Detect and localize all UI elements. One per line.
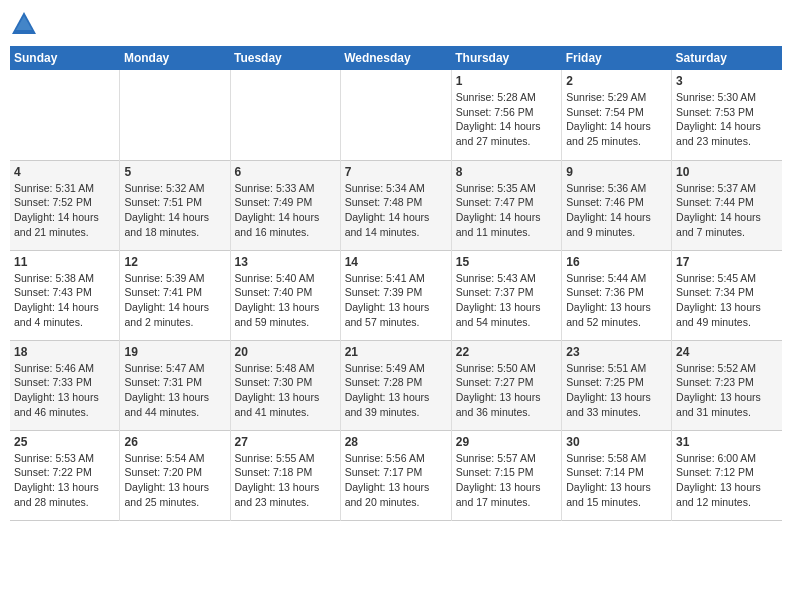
col-header-sunday: Sunday <box>10 46 120 70</box>
day-number: 10 <box>676 165 778 179</box>
day-cell: 12Sunrise: 5:39 AMSunset: 7:41 PMDayligh… <box>120 250 230 340</box>
day-cell <box>120 70 230 160</box>
day-number: 14 <box>345 255 447 269</box>
logo-icon <box>10 10 38 38</box>
day-info: Sunrise: 5:38 AMSunset: 7:43 PMDaylight:… <box>14 271 115 330</box>
day-info: Sunrise: 5:46 AMSunset: 7:33 PMDaylight:… <box>14 361 115 420</box>
day-cell: 2Sunrise: 5:29 AMSunset: 7:54 PMDaylight… <box>562 70 672 160</box>
col-header-thursday: Thursday <box>451 46 561 70</box>
day-number: 27 <box>235 435 336 449</box>
day-cell <box>230 70 340 160</box>
week-row-0: 1Sunrise: 5:28 AMSunset: 7:56 PMDaylight… <box>10 70 782 160</box>
day-info: Sunrise: 5:50 AMSunset: 7:27 PMDaylight:… <box>456 361 557 420</box>
day-number: 5 <box>124 165 225 179</box>
day-info: Sunrise: 5:54 AMSunset: 7:20 PMDaylight:… <box>124 451 225 510</box>
day-number: 12 <box>124 255 225 269</box>
col-header-monday: Monday <box>120 46 230 70</box>
day-cell: 18Sunrise: 5:46 AMSunset: 7:33 PMDayligh… <box>10 340 120 430</box>
day-cell: 30Sunrise: 5:58 AMSunset: 7:14 PMDayligh… <box>562 430 672 520</box>
day-cell: 26Sunrise: 5:54 AMSunset: 7:20 PMDayligh… <box>120 430 230 520</box>
day-info: Sunrise: 5:49 AMSunset: 7:28 PMDaylight:… <box>345 361 447 420</box>
day-number: 28 <box>345 435 447 449</box>
day-cell: 7Sunrise: 5:34 AMSunset: 7:48 PMDaylight… <box>340 160 451 250</box>
day-info: Sunrise: 5:29 AMSunset: 7:54 PMDaylight:… <box>566 90 667 149</box>
day-cell: 13Sunrise: 5:40 AMSunset: 7:40 PMDayligh… <box>230 250 340 340</box>
day-number: 4 <box>14 165 115 179</box>
day-number: 31 <box>676 435 778 449</box>
day-info: Sunrise: 5:34 AMSunset: 7:48 PMDaylight:… <box>345 181 447 240</box>
day-cell: 25Sunrise: 5:53 AMSunset: 7:22 PMDayligh… <box>10 430 120 520</box>
day-cell: 19Sunrise: 5:47 AMSunset: 7:31 PMDayligh… <box>120 340 230 430</box>
day-number: 29 <box>456 435 557 449</box>
day-cell: 29Sunrise: 5:57 AMSunset: 7:15 PMDayligh… <box>451 430 561 520</box>
day-info: Sunrise: 5:32 AMSunset: 7:51 PMDaylight:… <box>124 181 225 240</box>
day-cell: 23Sunrise: 5:51 AMSunset: 7:25 PMDayligh… <box>562 340 672 430</box>
day-cell: 20Sunrise: 5:48 AMSunset: 7:30 PMDayligh… <box>230 340 340 430</box>
day-cell: 3Sunrise: 5:30 AMSunset: 7:53 PMDaylight… <box>672 70 782 160</box>
day-number: 9 <box>566 165 667 179</box>
logo <box>10 10 42 38</box>
day-info: Sunrise: 5:57 AMSunset: 7:15 PMDaylight:… <box>456 451 557 510</box>
day-info: Sunrise: 5:40 AMSunset: 7:40 PMDaylight:… <box>235 271 336 330</box>
day-number: 2 <box>566 74 667 88</box>
day-cell: 11Sunrise: 5:38 AMSunset: 7:43 PMDayligh… <box>10 250 120 340</box>
day-number: 26 <box>124 435 225 449</box>
day-number: 25 <box>14 435 115 449</box>
week-row-3: 18Sunrise: 5:46 AMSunset: 7:33 PMDayligh… <box>10 340 782 430</box>
day-number: 20 <box>235 345 336 359</box>
day-number: 3 <box>676 74 778 88</box>
day-number: 16 <box>566 255 667 269</box>
day-cell: 24Sunrise: 5:52 AMSunset: 7:23 PMDayligh… <box>672 340 782 430</box>
day-number: 11 <box>14 255 115 269</box>
page-header <box>10 10 782 38</box>
day-info: Sunrise: 5:33 AMSunset: 7:49 PMDaylight:… <box>235 181 336 240</box>
day-cell: 28Sunrise: 5:56 AMSunset: 7:17 PMDayligh… <box>340 430 451 520</box>
day-cell: 9Sunrise: 5:36 AMSunset: 7:46 PMDaylight… <box>562 160 672 250</box>
day-info: Sunrise: 5:56 AMSunset: 7:17 PMDaylight:… <box>345 451 447 510</box>
day-cell: 14Sunrise: 5:41 AMSunset: 7:39 PMDayligh… <box>340 250 451 340</box>
day-info: Sunrise: 5:28 AMSunset: 7:56 PMDaylight:… <box>456 90 557 149</box>
col-header-friday: Friday <box>562 46 672 70</box>
day-number: 17 <box>676 255 778 269</box>
day-cell: 6Sunrise: 5:33 AMSunset: 7:49 PMDaylight… <box>230 160 340 250</box>
day-info: Sunrise: 5:51 AMSunset: 7:25 PMDaylight:… <box>566 361 667 420</box>
day-number: 22 <box>456 345 557 359</box>
day-cell: 1Sunrise: 5:28 AMSunset: 7:56 PMDaylight… <box>451 70 561 160</box>
day-cell: 8Sunrise: 5:35 AMSunset: 7:47 PMDaylight… <box>451 160 561 250</box>
day-number: 8 <box>456 165 557 179</box>
col-header-saturday: Saturday <box>672 46 782 70</box>
day-number: 15 <box>456 255 557 269</box>
day-cell: 15Sunrise: 5:43 AMSunset: 7:37 PMDayligh… <box>451 250 561 340</box>
day-info: Sunrise: 5:36 AMSunset: 7:46 PMDaylight:… <box>566 181 667 240</box>
day-cell: 17Sunrise: 5:45 AMSunset: 7:34 PMDayligh… <box>672 250 782 340</box>
day-cell: 31Sunrise: 6:00 AMSunset: 7:12 PMDayligh… <box>672 430 782 520</box>
day-number: 24 <box>676 345 778 359</box>
day-info: Sunrise: 6:00 AMSunset: 7:12 PMDaylight:… <box>676 451 778 510</box>
day-info: Sunrise: 5:55 AMSunset: 7:18 PMDaylight:… <box>235 451 336 510</box>
day-info: Sunrise: 5:35 AMSunset: 7:47 PMDaylight:… <box>456 181 557 240</box>
week-row-2: 11Sunrise: 5:38 AMSunset: 7:43 PMDayligh… <box>10 250 782 340</box>
day-cell: 21Sunrise: 5:49 AMSunset: 7:28 PMDayligh… <box>340 340 451 430</box>
day-number: 7 <box>345 165 447 179</box>
day-number: 1 <box>456 74 557 88</box>
day-info: Sunrise: 5:47 AMSunset: 7:31 PMDaylight:… <box>124 361 225 420</box>
day-number: 6 <box>235 165 336 179</box>
day-info: Sunrise: 5:30 AMSunset: 7:53 PMDaylight:… <box>676 90 778 149</box>
day-number: 18 <box>14 345 115 359</box>
day-number: 30 <box>566 435 667 449</box>
day-info: Sunrise: 5:43 AMSunset: 7:37 PMDaylight:… <box>456 271 557 330</box>
day-number: 13 <box>235 255 336 269</box>
day-info: Sunrise: 5:39 AMSunset: 7:41 PMDaylight:… <box>124 271 225 330</box>
day-info: Sunrise: 5:31 AMSunset: 7:52 PMDaylight:… <box>14 181 115 240</box>
day-cell: 22Sunrise: 5:50 AMSunset: 7:27 PMDayligh… <box>451 340 561 430</box>
day-info: Sunrise: 5:58 AMSunset: 7:14 PMDaylight:… <box>566 451 667 510</box>
col-header-wednesday: Wednesday <box>340 46 451 70</box>
day-cell: 27Sunrise: 5:55 AMSunset: 7:18 PMDayligh… <box>230 430 340 520</box>
day-info: Sunrise: 5:48 AMSunset: 7:30 PMDaylight:… <box>235 361 336 420</box>
day-info: Sunrise: 5:37 AMSunset: 7:44 PMDaylight:… <box>676 181 778 240</box>
calendar-table: SundayMondayTuesdayWednesdayThursdayFrid… <box>10 46 782 521</box>
day-cell: 16Sunrise: 5:44 AMSunset: 7:36 PMDayligh… <box>562 250 672 340</box>
day-cell <box>10 70 120 160</box>
day-info: Sunrise: 5:52 AMSunset: 7:23 PMDaylight:… <box>676 361 778 420</box>
day-info: Sunrise: 5:53 AMSunset: 7:22 PMDaylight:… <box>14 451 115 510</box>
